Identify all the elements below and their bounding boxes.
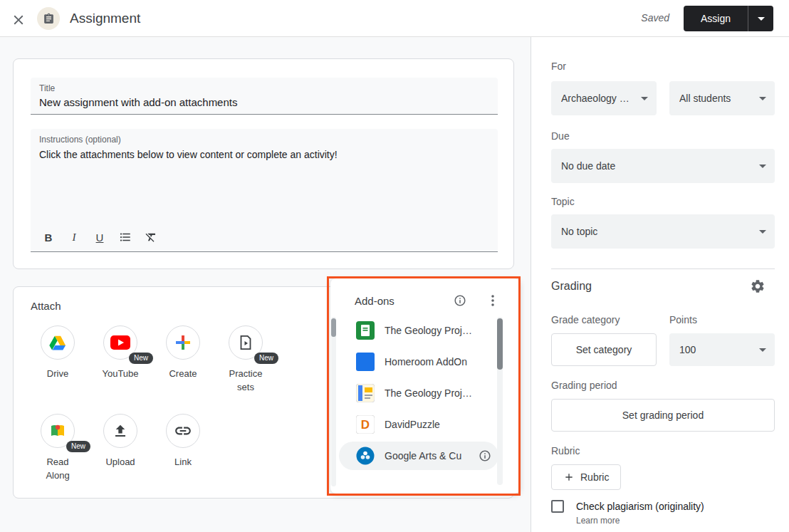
class-select-value: Archaeology … — [561, 93, 635, 104]
assignment-details-card: Title New assignment with add-on attachm… — [13, 58, 514, 269]
bold-button[interactable]: B — [36, 226, 61, 249]
due-label: Due — [551, 130, 570, 142]
drive-button[interactable] — [41, 325, 75, 360]
top-bar: Assignment Saved Assign — [0, 0, 789, 37]
attach-item-label: Read Along — [36, 455, 80, 482]
plagiarism-text-block: Check plagiarism (originality) Learn mor… — [576, 500, 704, 526]
attach-heading: Attach — [31, 300, 61, 312]
attach-item-label: Link — [152, 455, 214, 469]
set-category-button[interactable]: Set category — [551, 333, 657, 366]
attach-item-label: YouTube — [89, 367, 152, 380]
davidpuzzle-addon-icon: D — [356, 415, 375, 434]
more-vertical-icon — [491, 295, 494, 306]
assign-button[interactable]: Assign — [684, 6, 748, 31]
class-select[interactable]: Archaeology … — [551, 81, 657, 115]
addon-item-geology-2[interactable]: The Geology Proj… — [330, 377, 520, 409]
addons-popup: Add-ons The Geology Proj… Homeroom Ad — [330, 278, 520, 494]
topic-label: Topic — [551, 196, 575, 207]
add-rubric-label: Rubric — [580, 471, 609, 483]
section-divider — [551, 268, 775, 269]
addon-item-geology-1[interactable]: The Geology Proj… — [330, 315, 520, 346]
addon-item-davidpuzzle[interactable]: D DavidPuzzle — [330, 409, 520, 440]
attach-item-youtube[interactable]: New YouTube — [89, 325, 152, 380]
set-grading-period-button[interactable]: Set grading period — [551, 399, 775, 432]
geology-addon-icon — [356, 321, 375, 340]
clear-formatting-button[interactable] — [138, 226, 164, 249]
students-select[interactable]: All students — [669, 81, 775, 115]
for-label: For — [551, 61, 566, 72]
attach-item-link[interactable]: Link — [152, 414, 214, 469]
plagiarism-label: Check plagiarism (originality) — [576, 500, 704, 513]
arts-culture-addon-icon — [356, 447, 375, 465]
addon-name: DavidPuzzle — [385, 419, 440, 430]
close-button[interactable] — [9, 10, 28, 30]
chevron-down-icon — [641, 97, 648, 100]
title-field[interactable]: Title New assignment with add-on attachm… — [31, 78, 498, 115]
addons-list: The Geology Proj… Homeroom AddOn The Geo… — [330, 315, 520, 470]
instructions-field-label: Instructions (optional) — [39, 135, 121, 145]
new-badge: New — [129, 353, 153, 364]
addon-item-arts-culture[interactable]: Google Arts & Cu — [339, 442, 498, 470]
svg-text:D: D — [361, 418, 370, 432]
upload-icon — [112, 422, 129, 439]
addon-info-button[interactable] — [477, 448, 493, 464]
addons-more-button[interactable] — [484, 292, 501, 309]
grading-settings-button[interactable] — [748, 276, 768, 296]
attach-item-label: Practice sets — [224, 367, 268, 394]
attach-item-read-along[interactable]: New Read Along — [26, 414, 89, 482]
plagiarism-checkbox[interactable] — [551, 500, 564, 513]
grade-category-label: Grade category — [551, 314, 620, 325]
assign-dropdown-button[interactable] — [748, 6, 773, 31]
addons-info-button[interactable] — [451, 292, 469, 309]
info-icon — [479, 449, 491, 462]
chevron-down-icon — [759, 97, 766, 100]
add-rubric-button[interactable]: Rubric — [551, 464, 621, 490]
addon-item-homeroom[interactable]: Homeroom AddOn — [330, 346, 520, 377]
assign-split-button: Assign — [684, 6, 773, 31]
attach-item-upload[interactable]: Upload — [89, 414, 152, 469]
topic-select[interactable]: No topic — [551, 214, 775, 249]
assignment-type-badge — [37, 7, 60, 30]
instructions-field[interactable]: Instructions (optional) Click the attach… — [31, 129, 498, 252]
notebook-addon-icon — [356, 384, 375, 402]
link-button[interactable] — [166, 414, 200, 448]
read-along-icon — [49, 422, 66, 439]
upload-button[interactable] — [103, 414, 137, 448]
italic-button[interactable]: I — [61, 226, 87, 249]
addon-name: The Geology Proj… — [385, 325, 472, 336]
gear-icon — [750, 278, 766, 294]
info-icon — [454, 294, 466, 307]
plus-icon — [563, 471, 575, 483]
homeroom-addon-icon — [356, 353, 375, 371]
addon-name: Homeroom AddOn — [385, 356, 467, 367]
title-field-value: New assignment with add-on attachments — [39, 96, 237, 108]
due-date-select[interactable]: No due date — [551, 149, 775, 183]
scrollbar-thumb[interactable] — [331, 318, 336, 337]
addons-header: Add-ons — [330, 278, 520, 315]
students-select-value: All students — [679, 93, 736, 104]
addons-scrollbar-left[interactable] — [331, 317, 336, 486]
points-select-value: 100 — [679, 344, 701, 355]
attach-item-drive[interactable]: Drive — [26, 325, 89, 380]
attach-item-create[interactable]: Create — [152, 325, 214, 380]
points-select[interactable]: 100 — [669, 333, 775, 366]
addons-scrollbar-right[interactable] — [497, 317, 503, 485]
formatting-toolbar: B I U — [36, 226, 164, 249]
create-button[interactable] — [166, 325, 200, 360]
assignment-clipboard-icon — [43, 13, 55, 25]
chevron-down-icon — [758, 17, 765, 21]
saved-status: Saved — [641, 12, 669, 24]
underline-button[interactable]: U — [87, 226, 113, 249]
addon-name: Google Arts & Cu — [385, 450, 461, 461]
scrollbar-thumb[interactable] — [497, 318, 503, 370]
close-icon — [11, 12, 26, 28]
bulleted-list-icon — [119, 231, 132, 244]
bulleted-list-button[interactable] — [113, 226, 138, 249]
attach-item-practice-sets[interactable]: New Practice sets — [214, 325, 277, 394]
title-field-label: Title — [39, 83, 55, 93]
learn-more-link[interactable]: Learn more — [576, 516, 620, 526]
instructions-field-value: Click the attachments below to view cont… — [39, 149, 338, 160]
page-title: Assignment — [70, 0, 140, 37]
drive-icon — [48, 333, 67, 352]
plagiarism-row: Check plagiarism (originality) Learn mor… — [551, 500, 704, 526]
